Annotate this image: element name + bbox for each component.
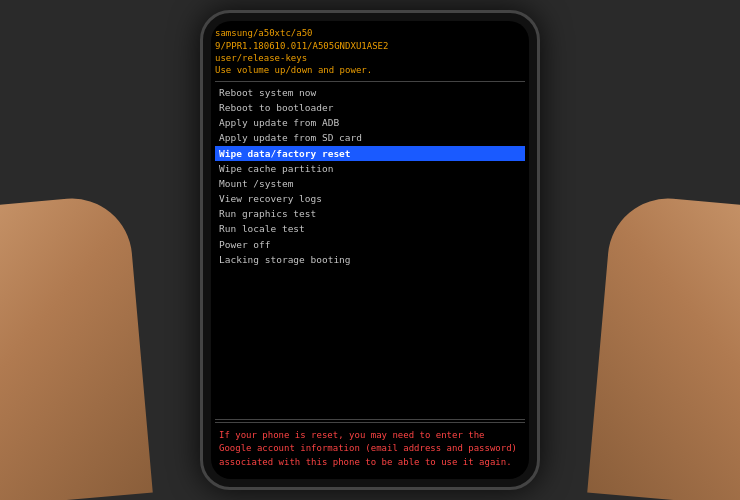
power-button[interactable] xyxy=(538,113,540,153)
volume-up-button[interactable] xyxy=(200,93,202,123)
menu-item-reboot-bootloader[interactable]: Reboot to bootloader xyxy=(215,100,525,115)
warning-text: If your phone is reset, you may need to … xyxy=(219,429,521,470)
menu-item-graphics-test[interactable]: Run graphics test xyxy=(215,206,525,221)
hand-left xyxy=(0,194,153,500)
header-line1: samsung/a50xtc/a50 xyxy=(215,27,525,40)
menu-item-wipe-data[interactable]: Wipe data/factory reset xyxy=(215,146,525,161)
menu-item-mount-system[interactable]: Mount /system xyxy=(215,176,525,191)
divider xyxy=(215,419,525,420)
scene: samsung/a50xtc/a50 9/PPR1.180610.011/A50… xyxy=(0,0,740,500)
recovery-menu: Reboot system now Reboot to bootloader A… xyxy=(215,85,525,417)
menu-item-lacking-storage[interactable]: Lacking storage booting xyxy=(215,252,525,267)
menu-item-view-logs[interactable]: View recovery logs xyxy=(215,191,525,206)
header-section: samsung/a50xtc/a50 9/PPR1.180610.011/A50… xyxy=(215,27,525,82)
menu-item-power-off[interactable]: Power off xyxy=(215,237,525,252)
phone: samsung/a50xtc/a50 9/PPR1.180610.011/A50… xyxy=(200,10,540,490)
menu-item-locale-test[interactable]: Run locale test xyxy=(215,221,525,236)
menu-item-reboot-system[interactable]: Reboot system now xyxy=(215,85,525,100)
header-line2: 9/PPR1.180610.011/A505GNDXU1ASE2 xyxy=(215,40,525,53)
menu-item-apply-adb[interactable]: Apply update from ADB xyxy=(215,115,525,130)
volume-down-button[interactable] xyxy=(200,133,202,163)
menu-item-wipe-cache[interactable]: Wipe cache partition xyxy=(215,161,525,176)
hand-right xyxy=(587,194,740,500)
phone-screen: samsung/a50xtc/a50 9/PPR1.180610.011/A50… xyxy=(211,21,529,479)
warning-section: If your phone is reset, you may need to … xyxy=(215,422,525,474)
menu-item-apply-sd[interactable]: Apply update from SD card xyxy=(215,130,525,145)
header-line3: user/release-keys xyxy=(215,52,525,65)
use-vol-line: Use volume up/down and power. xyxy=(215,65,525,75)
screen-content: samsung/a50xtc/a50 9/PPR1.180610.011/A50… xyxy=(211,21,529,479)
